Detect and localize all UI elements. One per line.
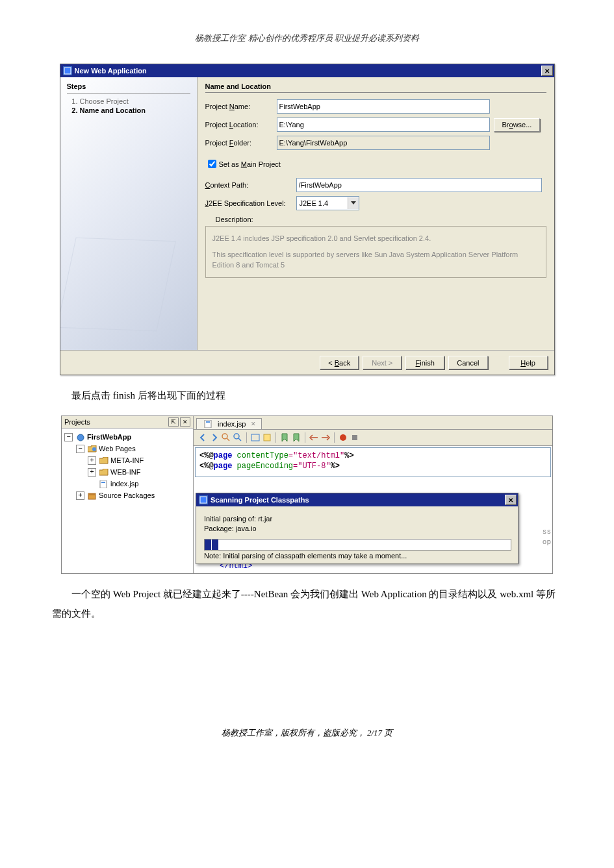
jsp-file-icon [99, 480, 109, 488]
back-button[interactable]: < Back [320, 356, 359, 369]
steps-heading: Steps [67, 82, 190, 90]
description-label: Description: [216, 216, 546, 223]
scanning-title: Scanning Project Classpaths [211, 496, 505, 504]
find-next-icon[interactable] [233, 432, 243, 443]
form-panel: Name and Location Project Name: Project … [198, 77, 554, 350]
scan-status-2: Package: java.io [204, 525, 510, 532]
editor-toolbar [194, 430, 552, 446]
set-main-checkbox[interactable] [208, 160, 216, 168]
dialog-title: New Web Application [75, 67, 541, 75]
svg-point-9 [222, 434, 227, 439]
macro-record-icon[interactable] [338, 432, 348, 443]
bookmark-next-icon[interactable] [291, 432, 301, 443]
jsp-file-icon [204, 420, 213, 428]
find-selection-icon[interactable] [250, 432, 261, 443]
pin-icon[interactable]: ⇱ [168, 417, 179, 427]
nav-forward-icon[interactable] [209, 432, 220, 443]
progress-block [212, 539, 218, 550]
tab-close-icon[interactable]: ✕ [251, 421, 256, 427]
tree-meta-inf[interactable]: META-INF [110, 454, 144, 466]
paragraph-1: 最后点击 finish 后将出现下面的过程 [52, 386, 562, 405]
tree-collapse-icon[interactable]: − [64, 433, 73, 441]
paragraph-2: 一个空的 Web Project 就已经建立起来了----NetBean 会为我… [52, 584, 562, 623]
description-line-1: J2EE 1.4 includes JSP specification 2.0 … [212, 233, 539, 244]
shift-left-icon[interactable] [309, 432, 319, 443]
project-name-input[interactable] [277, 99, 490, 114]
app-icon [63, 66, 72, 75]
macro-stop-icon[interactable] [350, 432, 360, 443]
progress-block [205, 539, 211, 550]
project-folder-input [277, 136, 490, 150]
projects-panel-title: Projects [64, 418, 167, 426]
document-header: 杨教授工作室 精心创作的优秀程序员 职业提升必读系列资料 [39, 32, 575, 44]
toggle-highlight-icon[interactable] [262, 432, 272, 443]
ide-window: Projects ⇱ ✕ − FirstWebApp − Web Pages + [61, 415, 553, 574]
tree-index-jsp[interactable]: index.jsp [110, 478, 138, 490]
step-1: Choose Project [80, 97, 190, 105]
nav-back-icon[interactable] [198, 432, 208, 443]
svg-point-10 [234, 434, 239, 439]
next-button: Next > [363, 356, 402, 369]
chevron-down-icon[interactable] [348, 197, 359, 209]
j2ee-dropdown[interactable]: J2EE 1.4 [296, 196, 359, 210]
panel-close-icon[interactable]: ✕ [180, 417, 190, 427]
svg-point-1 [77, 434, 84, 441]
svg-rect-3 [100, 480, 107, 488]
app-icon [199, 495, 208, 504]
editor-tab[interactable]: index.jsp ✕ [196, 418, 262, 429]
dialog-button-bar: < Back Next > Finish Cancel Help [60, 350, 554, 375]
projects-panel: Projects ⇱ ✕ − FirstWebApp − Web Pages + [62, 416, 194, 573]
close-button[interactable]: ✕ [505, 495, 517, 505]
folder-icon [99, 456, 109, 464]
description-box: J2EE 1.4 includes JSP specification 2.0 … [205, 226, 546, 278]
scan-status-1: Initial parsing of: rt.jar [204, 515, 510, 523]
svg-rect-0 [64, 68, 71, 74]
context-path-label: Context Path: [205, 181, 296, 189]
help-button[interactable]: Help [509, 356, 548, 369]
svg-rect-12 [264, 434, 270, 441]
document-footer: 杨教授工作室，版权所有，盗版必究， 2/17 页 [39, 727, 575, 739]
bookmark-prev-icon[interactable] [279, 432, 290, 443]
tree-root[interactable]: FirstWebApp [87, 431, 131, 443]
tree-expand-icon[interactable]: + [88, 456, 96, 465]
svg-rect-8 [206, 421, 210, 423]
j2ee-value: J2EE 1.4 [297, 199, 348, 207]
context-path-input[interactable] [296, 178, 542, 192]
svg-rect-4 [101, 482, 105, 483]
project-icon [76, 433, 85, 441]
new-web-app-dialog: New Web Application ✕ Steps Choose Proje… [60, 64, 555, 375]
svg-rect-14 [352, 435, 357, 440]
tree-web-pages[interactable]: Web Pages [99, 443, 136, 454]
svg-rect-11 [251, 434, 259, 441]
svg-rect-6 [88, 493, 96, 495]
set-main-label: Set as Main Project [219, 160, 281, 168]
tree-expand-icon[interactable]: + [88, 468, 96, 477]
steps-panel: Steps Choose Project Name and Location [60, 77, 198, 350]
tree-collapse-icon[interactable]: − [76, 445, 84, 453]
svg-point-13 [340, 434, 346, 441]
folder-icon [99, 468, 109, 476]
cancel-button[interactable]: Cancel [448, 356, 487, 369]
code-editor[interactable]: <%@page contentType="text/html"%> <%@pag… [195, 447, 551, 477]
folder-icon [88, 445, 97, 453]
section-title: Name and Location [205, 82, 546, 90]
project-folder-label: Project Folder: [205, 139, 277, 147]
close-button[interactable]: ✕ [541, 66, 553, 76]
finish-button[interactable]: Finish [405, 356, 444, 369]
tree-expand-icon[interactable]: + [76, 491, 84, 500]
scan-note: Note: Initial parsing of classpath eleme… [204, 552, 510, 560]
j2ee-label: J2EE Specification Level: [205, 199, 296, 207]
project-location-label: Project Location: [205, 121, 277, 129]
project-name-label: Project Name: [205, 103, 277, 110]
dialog-titlebar: New Web Application ✕ [60, 64, 554, 77]
truncated-text: ss op [543, 527, 551, 547]
tab-label: index.jsp [218, 420, 246, 428]
find-prev-icon[interactable] [221, 432, 231, 443]
project-location-input[interactable] [277, 118, 490, 132]
tree-web-inf[interactable]: WEB-INF [110, 466, 140, 478]
browse-button[interactable]: Browse... [494, 118, 541, 132]
project-tree[interactable]: − FirstWebApp − Web Pages + META-INF + [62, 428, 193, 504]
tree-source-packages[interactable]: Source Packages [99, 490, 155, 501]
shift-right-icon[interactable] [320, 432, 331, 443]
description-line-2: This specification level is supported by… [212, 249, 539, 271]
